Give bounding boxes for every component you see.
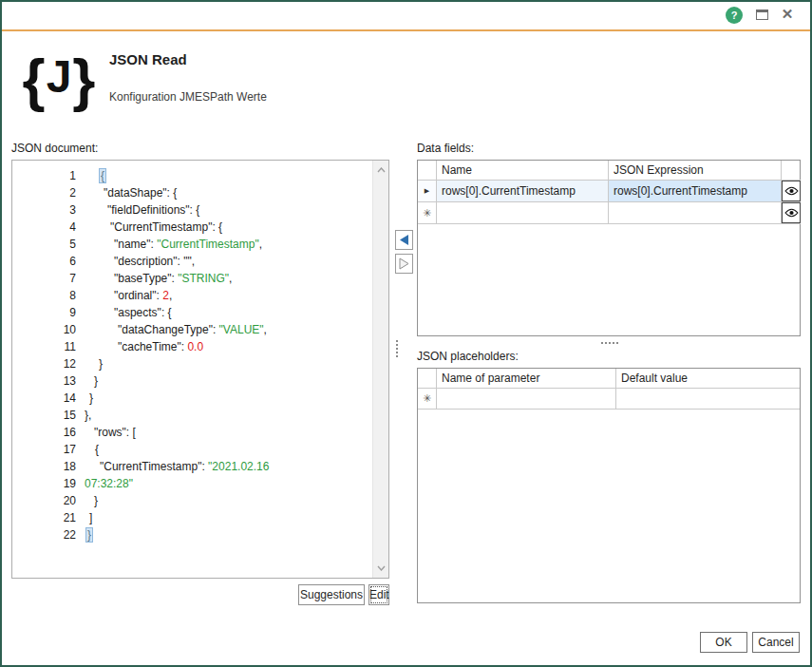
cancel-button[interactable]: Cancel bbox=[752, 632, 800, 653]
code-text: "CurrentTimestamp": "2021.02.16 bbox=[85, 458, 269, 475]
column-header-expression[interactable]: JSON Expression bbox=[609, 161, 782, 181]
scroll-up-icon[interactable] bbox=[377, 167, 386, 173]
column-header-parameter[interactable]: Name of parameter bbox=[437, 369, 616, 389]
page-subtitle: Konfiguration JMESPath Werte bbox=[109, 90, 267, 104]
column-header-name[interactable]: Name bbox=[437, 161, 609, 181]
editor-line: 11"cacheTime": 0.0 bbox=[12, 338, 372, 355]
preview-eye-button[interactable] bbox=[782, 181, 801, 202]
editor-line: 16"rows": [ bbox=[12, 424, 372, 441]
code-text: "dataShape": { bbox=[85, 184, 177, 201]
editor-line: 10"dataChangeType": "VALUE", bbox=[12, 321, 372, 338]
field-name-cell[interactable]: rows[0].CurrentTimestamp bbox=[437, 181, 609, 202]
code-text: "name": "CurrentTimestamp", bbox=[85, 236, 262, 253]
vertical-splitter-grip[interactable] bbox=[396, 340, 398, 357]
editor-line: 2"dataShape": { bbox=[12, 184, 372, 201]
code-text: }, bbox=[85, 407, 91, 424]
editor-lines: 1{2"dataShape": {3"fieldDefinitions": {4… bbox=[12, 161, 372, 578]
json-brace-logo: {J} bbox=[23, 46, 95, 114]
data-field-row: ✳ bbox=[418, 202, 800, 224]
json-expression-cell[interactable]: rows[0].CurrentTimestamp bbox=[609, 181, 782, 202]
data-fields-label: Data fields: bbox=[417, 142, 474, 155]
editor-line: 1907:32:28" bbox=[12, 475, 372, 492]
editor-line: 3"fieldDefinitions": { bbox=[12, 201, 372, 219]
line-number: 22 bbox=[12, 526, 76, 543]
arrow-left-icon bbox=[399, 234, 409, 246]
code-text: } bbox=[85, 372, 98, 390]
editor-line: 6"description": "", bbox=[12, 253, 372, 270]
editor-line: 12} bbox=[12, 355, 372, 372]
line-number: 7 bbox=[12, 270, 76, 287]
move-left-button[interactable] bbox=[395, 230, 413, 250]
line-number: 19 bbox=[12, 475, 76, 492]
eye-icon bbox=[784, 208, 799, 218]
line-number: 6 bbox=[12, 253, 76, 270]
line-number: 3 bbox=[12, 201, 76, 219]
parameter-name-cell[interactable] bbox=[437, 389, 616, 410]
editor-scrollbar[interactable] bbox=[372, 161, 388, 578]
arrow-right-icon bbox=[399, 257, 409, 270]
help-icon[interactable]: ? bbox=[726, 7, 743, 24]
line-number: 9 bbox=[12, 304, 76, 321]
code-text: "CurrentTimestamp": { bbox=[85, 219, 222, 236]
placeholders-header: Name of parameter Default value bbox=[418, 369, 800, 389]
column-header-default[interactable]: Default value bbox=[616, 369, 800, 389]
new-row-indicator[interactable]: ✳ bbox=[418, 202, 437, 224]
suggestions-button[interactable]: Suggestions bbox=[298, 584, 365, 605]
code-text: } bbox=[85, 492, 98, 509]
editor-line: 15}, bbox=[12, 407, 372, 424]
editor-line: 4"CurrentTimestamp": { bbox=[12, 219, 372, 236]
code-text: "aspects": { bbox=[85, 304, 172, 321]
line-number: 21 bbox=[12, 509, 76, 526]
header-eye-cell bbox=[782, 161, 801, 181]
code-text: { bbox=[85, 167, 106, 184]
editor-line: 18"CurrentTimestamp": "2021.02.16 bbox=[12, 458, 372, 475]
dialog-window: ? ✕ {J} JSON Read Konfiguration JMESPath… bbox=[0, 0, 812, 667]
code-text: "description": "", bbox=[85, 253, 195, 270]
code-text: } bbox=[85, 390, 93, 407]
code-text: ] bbox=[85, 509, 92, 526]
scroll-down-icon[interactable] bbox=[377, 565, 386, 571]
move-right-button[interactable] bbox=[395, 254, 413, 274]
horizontal-splitter-grip[interactable] bbox=[601, 342, 618, 344]
json-document-label: JSON document: bbox=[11, 142, 98, 155]
json-document-editor[interactable]: 1{2"dataShape": {3"fieldDefinitions": {4… bbox=[11, 160, 389, 579]
edit-button[interactable]: Edit bbox=[368, 584, 389, 605]
header-indicator-cell bbox=[418, 369, 437, 389]
header-indicator-cell bbox=[418, 161, 437, 181]
editor-line: 9"aspects": { bbox=[12, 304, 372, 321]
editor-line: 8"ordinal": 2, bbox=[12, 287, 372, 304]
ok-button[interactable]: OK bbox=[700, 632, 747, 653]
editor-line: 22} bbox=[12, 526, 372, 543]
field-name-cell[interactable] bbox=[437, 202, 609, 224]
preview-eye-button[interactable] bbox=[782, 202, 801, 224]
default-value-cell[interactable] bbox=[616, 389, 800, 410]
close-icon[interactable]: ✕ bbox=[779, 5, 796, 24]
json-placeholders-label: JSON placeholders: bbox=[417, 350, 519, 363]
line-number: 16 bbox=[12, 424, 76, 441]
editor-line: 5"name": "CurrentTimestamp", bbox=[12, 236, 372, 253]
data-fields-header: Name JSON Expression bbox=[418, 161, 800, 181]
line-number: 14 bbox=[12, 390, 76, 407]
editor-line: 21] bbox=[12, 509, 372, 526]
editor-line: 20} bbox=[12, 492, 372, 509]
code-text: "dataChangeType": "VALUE", bbox=[85, 321, 267, 338]
line-number: 10 bbox=[12, 321, 76, 338]
line-number: 5 bbox=[12, 236, 76, 253]
line-number: 18 bbox=[12, 458, 76, 475]
logo-left-brace: { bbox=[23, 47, 46, 113]
line-number: 12 bbox=[12, 355, 76, 372]
code-text: "fieldDefinitions": { bbox=[85, 201, 199, 219]
code-text: "ordinal": 2, bbox=[85, 287, 172, 304]
maximize-icon[interactable] bbox=[756, 10, 768, 20]
current-row-indicator[interactable]: ▶ bbox=[418, 181, 437, 202]
eye-icon bbox=[784, 186, 799, 196]
code-text: 07:32:28" bbox=[85, 475, 133, 492]
data-fields-grid: Name JSON Expression ▶rows[0].CurrentTim… bbox=[417, 160, 801, 336]
new-row-indicator[interactable]: ✳ bbox=[418, 389, 437, 410]
placeholder-row: ✳ bbox=[418, 389, 800, 410]
json-expression-cell[interactable] bbox=[609, 202, 782, 224]
code-text: "baseType": "STRING", bbox=[85, 270, 232, 287]
line-number: 15 bbox=[12, 407, 76, 424]
logo-letter: J bbox=[47, 44, 72, 110]
line-number: 11 bbox=[12, 338, 76, 355]
